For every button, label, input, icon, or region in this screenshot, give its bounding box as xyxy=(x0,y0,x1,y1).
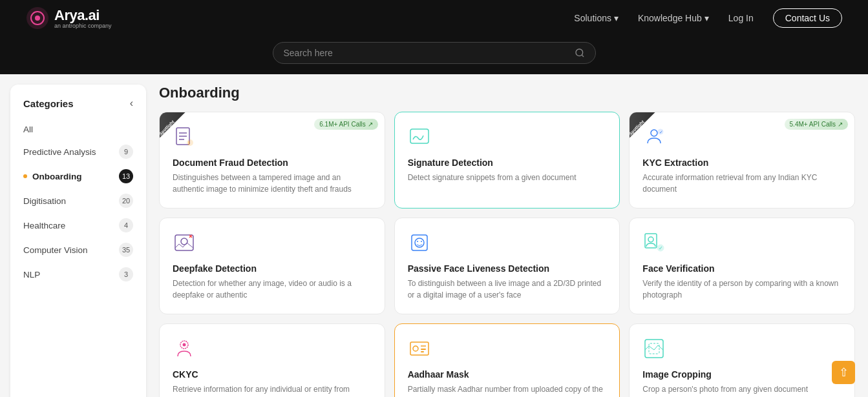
logo[interactable]: Arya.ai an antrophic company xyxy=(26,6,112,30)
logo-text: Arya.ai xyxy=(54,7,100,23)
sidebar-badge-digitisation: 20 xyxy=(119,194,133,208)
svg-point-2 xyxy=(35,15,40,21)
header: Arya.ai an antrophic company Solutions ▾… xyxy=(0,0,868,36)
sidebar-badge-onboarding: 13 xyxy=(119,169,133,183)
card-desc: Retrieve information for any individual … xyxy=(173,383,372,397)
face-verify-icon: ✓ xyxy=(642,231,666,254)
sidebar-item-healthcare[interactable]: Healthcare 4 xyxy=(10,213,146,238)
sidebar-item-digitisation[interactable]: Digitisation 20 xyxy=(10,188,146,213)
arrow-icon: ↗ xyxy=(368,121,373,128)
scroll-top-button[interactable]: ⇧ xyxy=(832,361,855,384)
image-crop-icon xyxy=(642,337,666,360)
sidebar: Categories ‹ All Predictive Analysis 9 O… xyxy=(10,85,146,397)
card-title: CKYC xyxy=(173,369,372,380)
card-title: Deepfake Detection xyxy=(173,263,372,274)
spotlight-ribbon xyxy=(629,112,667,150)
card-desc: Verify the identity of a person by compa… xyxy=(642,278,842,301)
svg-point-21 xyxy=(417,241,418,242)
card-deepfake[interactable]: Deepfake Detection Detection for whether… xyxy=(159,218,385,314)
sidebar-item-predictive[interactable]: Predictive Analysis 9 xyxy=(10,139,146,164)
aadhaar-icon xyxy=(408,337,431,360)
card-title: KYC Extraction xyxy=(642,158,842,168)
contact-button[interactable]: Contact Us xyxy=(773,8,842,28)
svg-point-30 xyxy=(413,346,418,351)
logo-sub: an antrophic company xyxy=(54,23,112,29)
sidebar-item-computer-vision[interactable]: Computer Vision 35 xyxy=(10,238,146,262)
sidebar-collapse-button[interactable]: ‹ xyxy=(130,97,133,109)
card-signature[interactable]: Signature Detection Detect signature sni… xyxy=(394,112,620,209)
svg-rect-32 xyxy=(421,349,426,350)
svg-rect-11 xyxy=(410,129,429,143)
content-area: Onboarding 6.1M+ API Calls ↗ ! Document … xyxy=(146,74,868,397)
svg-point-22 xyxy=(421,241,422,242)
card-desc: Distinguishes between a tampered image a… xyxy=(173,172,372,195)
card-title: Signature Detection xyxy=(408,158,607,168)
card-title: Face Verification xyxy=(642,263,842,274)
login-nav[interactable]: Log In xyxy=(728,13,754,23)
api-badge: 5.4M+ API Calls ↗ xyxy=(785,119,848,130)
card-title: Aadhaar Mask xyxy=(408,369,607,380)
svg-point-24 xyxy=(648,237,653,242)
card-title: Document Fraud Detection xyxy=(173,158,372,168)
header-nav: Solutions ▾ Knowledge Hub ▾ Log In Conta… xyxy=(574,8,842,28)
logo-icon xyxy=(26,6,49,30)
face-liveness-icon xyxy=(408,231,431,254)
card-title: Passive Face Liveness Detection xyxy=(408,263,607,274)
sidebar-badge-healthcare: 4 xyxy=(119,218,133,232)
svg-point-28 xyxy=(183,343,186,347)
api-badge: 6.1M+ API Calls ↗ xyxy=(314,119,377,130)
search-icon xyxy=(575,48,585,58)
svg-rect-33 xyxy=(421,351,424,352)
knowledge-hub-nav[interactable]: Knowledge Hub ▾ xyxy=(638,13,709,23)
search-input[interactable] xyxy=(284,48,569,58)
card-desc: Detection for whether any image, video o… xyxy=(173,278,372,301)
svg-rect-19 xyxy=(412,235,427,250)
card-kyc[interactable]: 5.4M+ API Calls ↗ ✓ KYC Extraction Accur… xyxy=(629,112,855,209)
card-document-fraud[interactable]: 6.1M+ API Calls ↗ ! Document Fraud Detec… xyxy=(159,112,385,209)
sidebar-badge-nlp: 3 xyxy=(119,267,133,281)
card-desc: Crop a person's photo from any given doc… xyxy=(642,383,842,395)
card-face-liveness[interactable]: Passive Face Liveness Detection To disti… xyxy=(394,218,620,314)
card-title: Image Cropping xyxy=(642,369,842,380)
solutions-nav[interactable]: Solutions ▾ xyxy=(574,13,619,23)
deepfake-icon xyxy=(173,231,196,254)
card-desc: Partially mask Aadhar number from upload… xyxy=(408,383,607,397)
sidebar-header: Categories ‹ xyxy=(10,97,146,119)
card-ckyc[interactable]: CKYC Retrieve information for any indivi… xyxy=(159,323,385,397)
card-desc: To distinguish between a live image and … xyxy=(408,278,607,301)
svg-point-16 xyxy=(181,238,187,245)
main-layout: Categories ‹ All Predictive Analysis 9 O… xyxy=(0,74,868,397)
svg-text:✓: ✓ xyxy=(659,245,663,251)
card-face-verify[interactable]: ✓ Face Verification Verify the identity … xyxy=(629,218,855,314)
svg-line-4 xyxy=(582,55,584,57)
arrow-icon: ↗ xyxy=(838,121,843,128)
search-wrapper xyxy=(0,36,868,74)
sidebar-item-onboarding[interactable]: Onboarding 13 xyxy=(10,164,146,188)
active-dot xyxy=(23,174,27,178)
svg-point-3 xyxy=(576,49,583,56)
chevron-down-icon: ▾ xyxy=(704,13,709,23)
card-aadhaar[interactable]: Aadhaar Mask Partially mask Aadhar numbe… xyxy=(394,323,620,397)
card-desc: Accurate information retrieval from any … xyxy=(642,172,842,195)
chevron-down-icon: ▾ xyxy=(614,13,619,23)
svg-rect-34 xyxy=(645,340,663,358)
search-bar xyxy=(273,42,596,64)
sidebar-item-all[interactable]: All xyxy=(10,119,146,139)
spotlight-ribbon xyxy=(159,112,197,150)
sidebar-badge-computer-vision: 35 xyxy=(119,243,133,257)
ckyc-icon xyxy=(173,337,196,360)
sidebar-badge-predictive: 9 xyxy=(119,145,133,159)
sidebar-title: Categories xyxy=(23,98,74,109)
page-title: Onboarding xyxy=(159,85,855,101)
signature-icon xyxy=(408,125,431,148)
sidebar-item-nlp[interactable]: NLP 3 xyxy=(10,262,146,287)
svg-rect-15 xyxy=(175,235,193,250)
card-image-crop[interactable]: Image Cropping Crop a person's photo fro… xyxy=(629,323,855,397)
card-desc: Detect signature snippets from a given d… xyxy=(408,172,607,183)
cards-grid: 6.1M+ API Calls ↗ ! Document Fraud Detec… xyxy=(159,112,855,397)
svg-rect-35 xyxy=(649,343,659,354)
